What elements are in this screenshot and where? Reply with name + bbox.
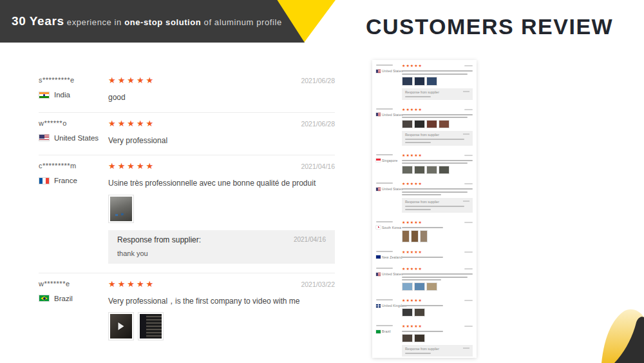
us-flag-icon — [376, 188, 381, 191]
mini-review: United Kingdom★★★★★ — [376, 299, 473, 317]
mini-review: New Zealand★★★★★ — [376, 250, 473, 260]
page-title: CUSTOMERS REVIEW — [366, 14, 613, 39]
mini-photo-thumbnail — [426, 120, 437, 128]
mini-response-box: Response from supplier — [402, 198, 473, 213]
review-text: Usine très professionnelle avec une bonn… — [108, 179, 335, 189]
mini-photo-thumbnail — [402, 166, 413, 174]
mini-review: United States★★★★★Response from supplier — [376, 108, 473, 146]
mini-response-box: Response from supplier — [402, 131, 473, 146]
supplier-response-box: 2021/04/16 Response from supplier: thank… — [108, 230, 335, 264]
mini-response-label: Response from supplier — [405, 90, 469, 95]
review-country: United States — [54, 134, 99, 142]
review-country: India — [54, 91, 70, 99]
mini-photo-thumbnail — [414, 120, 425, 128]
mini-review-list: United States★★★★★Response from supplier… — [376, 64, 473, 357]
slide: 30 Years experience in one-stop solution… — [0, 0, 644, 363]
star-rating: ★★★★★ — [402, 153, 422, 157]
review-username: s*********e — [39, 76, 108, 84]
star-rating: ★★★★★ — [402, 221, 422, 224]
review-list: 2021/06/28 s*********e India ★★★★★ good … — [39, 70, 335, 349]
france-flag-icon — [39, 177, 50, 184]
mini-photo-thumbnail — [426, 282, 437, 291]
united-states-flag-icon — [39, 134, 50, 141]
mini-photo-thumbnail — [426, 166, 437, 174]
mini-photo-thumbnail — [402, 334, 413, 342]
us-flag-icon — [376, 273, 381, 276]
review-date: 2021/06/28 — [301, 77, 335, 84]
profile-racks-photo — [140, 314, 162, 338]
mini-review: Brazil★★★★★Response from supplier — [376, 324, 473, 357]
mini-review: South Korea★★★★★ — [376, 221, 473, 242]
review-item: 2021/03/22 w*******e Brazil ★★★★★ Very p… — [39, 273, 335, 350]
mini-country-label: United States — [382, 187, 403, 191]
review-username: w*******e — [39, 280, 108, 288]
mini-photo-thumbnail — [426, 77, 437, 86]
mini-photo-thumbnail — [414, 166, 425, 174]
review-date: 2021/04/16 — [301, 162, 335, 170]
mini-review: United States★★★★★Response from supplier — [376, 182, 473, 213]
br-flag-icon — [376, 330, 381, 333]
mini-country-label: United States — [382, 113, 403, 117]
video-thumbnail-image — [110, 314, 132, 338]
review-username: c*********m — [39, 162, 108, 170]
review-item: 2021/04/16 c*********m France ★★★★★ Usin… — [39, 155, 335, 273]
mini-response-label: Response from supplier — [405, 200, 469, 204]
sg-flag-icon — [376, 159, 381, 162]
kr-flag-icon — [376, 226, 381, 229]
review-video-thumbnail — [108, 312, 134, 340]
review-username: w******o — [39, 119, 108, 127]
banner-text-1: experience in — [64, 17, 125, 27]
banner-highlight-2: one-stop solution — [124, 17, 201, 27]
review-text: Very professional，is the first company t… — [108, 297, 335, 307]
review-item: 2021/06/28 s*********e India ★★★★★ good — [39, 70, 335, 113]
mini-photo-thumbnail — [402, 120, 413, 128]
mini-review: Singapore★★★★★ — [376, 153, 473, 175]
review-item: 2021/06/28 w******o United States ★★★★★ … — [39, 113, 335, 156]
star-rating: ★★★★★ — [402, 182, 422, 186]
india-flag-icon — [39, 92, 50, 99]
us-flag-icon — [376, 113, 381, 116]
mini-photo-thumbnail — [402, 230, 410, 242]
mini-response-label: Response from supplier — [405, 347, 469, 351]
star-rating: ★★★★★ — [402, 324, 422, 328]
mini-photo-thumbnail — [420, 230, 428, 242]
uk-flag-icon — [376, 304, 381, 308]
mini-country-label: United States — [382, 272, 403, 276]
star-rating: ★★★★★ — [402, 299, 422, 302]
response-text: thank you — [117, 250, 326, 257]
review-text: Very professional — [108, 136, 335, 146]
banner-highlight-1: 30 Years — [12, 14, 64, 28]
review-country: France — [54, 177, 77, 184]
mini-response-box: Response from supplier — [402, 88, 473, 100]
header-banner: 30 Years experience in one-stop solution… — [0, 0, 305, 43]
review-date: 2021/06/28 — [301, 120, 335, 128]
corner-decoration — [592, 308, 644, 363]
mini-photo-thumbnail — [402, 282, 413, 291]
banner-text: 30 Years experience in one-stop solution… — [12, 14, 282, 28]
nz-flag-icon — [376, 255, 381, 259]
review-country: Brazil — [54, 295, 73, 302]
mini-country-label: South Korea — [382, 226, 401, 230]
review-date: 2021/03/22 — [301, 280, 335, 288]
mini-response-box: Response from supplier — [402, 345, 473, 357]
review-text: good — [108, 93, 335, 103]
mini-photo-thumbnail — [414, 334, 425, 342]
star-rating: ★★★★★ — [402, 250, 422, 254]
star-rating: ★★★★★ — [402, 108, 422, 112]
mini-photo-thumbnail — [414, 282, 425, 291]
banner-text-2: of aluminum profile — [201, 17, 281, 27]
mini-photo-thumbnail — [402, 77, 413, 86]
factory-floor-photo — [110, 197, 132, 221]
mini-response-label: Response from supplier — [405, 133, 469, 137]
mini-country-label: Brazil — [382, 329, 391, 333]
star-rating: ★★★★★ — [402, 267, 422, 271]
mini-photo-thumbnail — [439, 166, 450, 174]
review-photo-thumbnail — [138, 312, 164, 340]
response-date: 2021/04/16 — [294, 236, 326, 243]
mini-review: United States★★★★★Response from supplier — [376, 64, 473, 100]
star-rating: ★★★★★ — [402, 64, 422, 68]
mini-photo-thumbnail — [414, 77, 425, 86]
mini-country-label: Singapore — [382, 159, 398, 162]
mini-review: United States★★★★★ — [376, 267, 473, 291]
mini-photo-thumbnail — [402, 308, 413, 317]
